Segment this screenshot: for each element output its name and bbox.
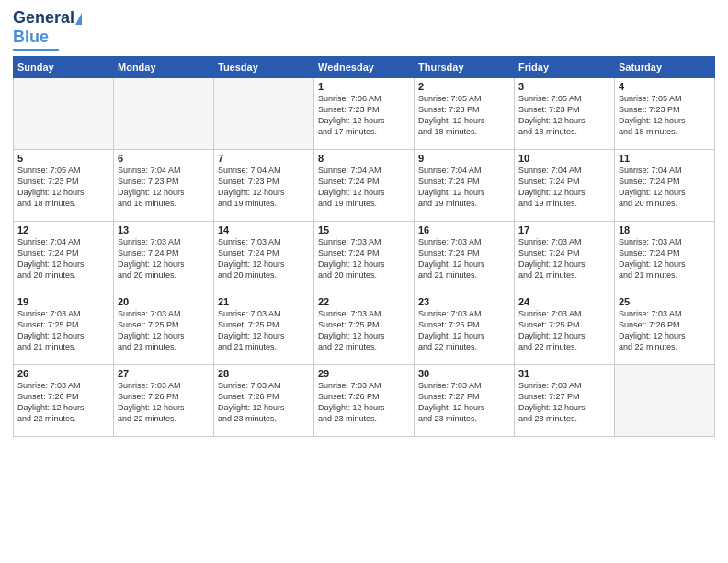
weekday-saturday: Saturday: [615, 56, 715, 77]
calendar-cell: 9Sunrise: 7:04 AM Sunset: 7:24 PM Daylig…: [415, 149, 515, 221]
week-row-5: 26Sunrise: 7:03 AM Sunset: 7:26 PM Dayli…: [14, 364, 715, 436]
calendar-cell: [14, 77, 114, 149]
week-row-2: 5Sunrise: 7:05 AM Sunset: 7:23 PM Daylig…: [14, 149, 715, 221]
day-number: 1: [318, 81, 410, 92]
week-row-3: 12Sunrise: 7:04 AM Sunset: 7:24 PM Dayli…: [14, 221, 715, 293]
header: General Blue: [13, 9, 715, 51]
day-number: 23: [418, 296, 510, 307]
day-number: 10: [518, 153, 610, 164]
calendar-cell: 24Sunrise: 7:03 AM Sunset: 7:25 PM Dayli…: [515, 293, 615, 364]
day-number: 24: [518, 296, 610, 307]
day-number: 3: [518, 81, 610, 92]
day-number: 19: [17, 296, 109, 307]
calendar-cell: [114, 77, 214, 149]
day-info: Sunrise: 7:03 AM Sunset: 7:26 PM Dayligh…: [318, 380, 410, 425]
day-info: Sunrise: 7:03 AM Sunset: 7:25 PM Dayligh…: [17, 308, 109, 353]
day-info: Sunrise: 7:05 AM Sunset: 7:23 PM Dayligh…: [418, 93, 510, 138]
calendar-cell: [214, 77, 314, 149]
calendar-cell: 15Sunrise: 7:03 AM Sunset: 7:24 PM Dayli…: [314, 221, 415, 293]
calendar-cell: 2Sunrise: 7:05 AM Sunset: 7:23 PM Daylig…: [415, 77, 515, 149]
day-number: 22: [318, 296, 410, 307]
day-number: 20: [118, 296, 210, 307]
day-info: Sunrise: 7:04 AM Sunset: 7:23 PM Dayligh…: [118, 165, 210, 210]
day-number: 17: [518, 224, 610, 236]
day-info: Sunrise: 7:05 AM Sunset: 7:23 PM Dayligh…: [17, 165, 109, 210]
calendar-cell: 6Sunrise: 7:04 AM Sunset: 7:23 PM Daylig…: [114, 149, 214, 221]
day-info: Sunrise: 7:03 AM Sunset: 7:27 PM Dayligh…: [418, 380, 510, 425]
weekday-tuesday: Tuesday: [214, 56, 314, 77]
weekday-wednesday: Wednesday: [314, 56, 415, 77]
day-number: 6: [118, 153, 210, 164]
weekday-sunday: Sunday: [14, 56, 114, 77]
calendar-cell: 21Sunrise: 7:03 AM Sunset: 7:25 PM Dayli…: [214, 293, 314, 364]
day-number: 5: [17, 153, 109, 164]
calendar-cell: 25Sunrise: 7:03 AM Sunset: 7:26 PM Dayli…: [615, 293, 715, 364]
calendar-cell: 29Sunrise: 7:03 AM Sunset: 7:26 PM Dayli…: [314, 364, 415, 436]
day-info: Sunrise: 7:04 AM Sunset: 7:24 PM Dayligh…: [619, 165, 711, 210]
calendar-cell: 28Sunrise: 7:03 AM Sunset: 7:26 PM Dayli…: [214, 364, 314, 436]
calendar-cell: 13Sunrise: 7:03 AM Sunset: 7:24 PM Dayli…: [114, 221, 214, 293]
day-info: Sunrise: 7:03 AM Sunset: 7:25 PM Dayligh…: [418, 308, 510, 353]
calendar-cell: 27Sunrise: 7:03 AM Sunset: 7:26 PM Dayli…: [114, 364, 214, 436]
day-number: 9: [418, 153, 510, 164]
day-number: 13: [118, 224, 210, 236]
day-info: Sunrise: 7:04 AM Sunset: 7:23 PM Dayligh…: [218, 165, 310, 210]
day-info: Sunrise: 7:04 AM Sunset: 7:24 PM Dayligh…: [17, 236, 109, 282]
day-info: Sunrise: 7:03 AM Sunset: 7:26 PM Dayligh…: [118, 380, 210, 425]
day-info: Sunrise: 7:03 AM Sunset: 7:26 PM Dayligh…: [17, 380, 109, 425]
calendar-cell: [615, 364, 715, 436]
calendar-cell: 19Sunrise: 7:03 AM Sunset: 7:25 PM Dayli…: [14, 293, 114, 364]
day-info: Sunrise: 7:05 AM Sunset: 7:23 PM Dayligh…: [619, 93, 711, 138]
calendar-cell: 20Sunrise: 7:03 AM Sunset: 7:25 PM Dayli…: [114, 293, 214, 364]
calendar-cell: 12Sunrise: 7:04 AM Sunset: 7:24 PM Dayli…: [14, 221, 114, 293]
calendar-cell: 1Sunrise: 7:06 AM Sunset: 7:23 PM Daylig…: [314, 77, 415, 149]
day-info: Sunrise: 7:03 AM Sunset: 7:25 PM Dayligh…: [218, 308, 310, 353]
day-number: 7: [218, 153, 310, 164]
logo-text: General: [13, 9, 82, 28]
week-row-4: 19Sunrise: 7:03 AM Sunset: 7:25 PM Dayli…: [14, 293, 715, 364]
day-info: Sunrise: 7:03 AM Sunset: 7:25 PM Dayligh…: [118, 308, 210, 353]
day-number: 30: [418, 368, 510, 379]
logo: General Blue: [13, 9, 82, 51]
day-info: Sunrise: 7:03 AM Sunset: 7:27 PM Dayligh…: [518, 380, 610, 425]
day-number: 8: [318, 153, 410, 164]
day-info: Sunrise: 7:03 AM Sunset: 7:26 PM Dayligh…: [218, 380, 310, 425]
calendar-cell: 26Sunrise: 7:03 AM Sunset: 7:26 PM Dayli…: [14, 364, 114, 436]
day-number: 26: [17, 368, 109, 379]
day-info: Sunrise: 7:04 AM Sunset: 7:24 PM Dayligh…: [418, 165, 510, 210]
weekday-friday: Friday: [515, 56, 615, 77]
calendar-cell: 7Sunrise: 7:04 AM Sunset: 7:23 PM Daylig…: [214, 149, 314, 221]
calendar-cell: 30Sunrise: 7:03 AM Sunset: 7:27 PM Dayli…: [415, 364, 515, 436]
calendar-table: SundayMondayTuesdayWednesdayThursdayFrid…: [13, 56, 715, 437]
day-number: 29: [318, 368, 410, 379]
day-info: Sunrise: 7:03 AM Sunset: 7:24 PM Dayligh…: [619, 236, 711, 282]
day-info: Sunrise: 7:03 AM Sunset: 7:24 PM Dayligh…: [518, 236, 610, 282]
calendar-cell: 10Sunrise: 7:04 AM Sunset: 7:24 PM Dayli…: [515, 149, 615, 221]
day-number: 21: [218, 296, 310, 307]
calendar-cell: 3Sunrise: 7:05 AM Sunset: 7:23 PM Daylig…: [515, 77, 615, 149]
day-number: 18: [619, 224, 711, 236]
calendar-cell: 17Sunrise: 7:03 AM Sunset: 7:24 PM Dayli…: [515, 221, 615, 293]
day-number: 14: [218, 224, 310, 236]
logo-general: General: [13, 8, 74, 27]
day-number: 31: [518, 368, 610, 379]
day-info: Sunrise: 7:04 AM Sunset: 7:24 PM Dayligh…: [318, 165, 410, 210]
page: General Blue SundayMondayTuesdayWednesda…: [0, 0, 728, 563]
day-number: 15: [318, 224, 410, 236]
day-number: 28: [218, 368, 310, 379]
day-number: 12: [17, 224, 109, 236]
day-number: 4: [619, 81, 711, 92]
week-row-1: 1Sunrise: 7:06 AM Sunset: 7:23 PM Daylig…: [14, 77, 715, 149]
calendar-cell: 8Sunrise: 7:04 AM Sunset: 7:24 PM Daylig…: [314, 149, 415, 221]
day-info: Sunrise: 7:03 AM Sunset: 7:24 PM Dayligh…: [318, 236, 410, 282]
calendar-cell: 31Sunrise: 7:03 AM Sunset: 7:27 PM Dayli…: [515, 364, 615, 436]
calendar-cell: 4Sunrise: 7:05 AM Sunset: 7:23 PM Daylig…: [615, 77, 715, 149]
calendar-cell: 16Sunrise: 7:03 AM Sunset: 7:24 PM Dayli…: [415, 221, 515, 293]
day-info: Sunrise: 7:04 AM Sunset: 7:24 PM Dayligh…: [518, 165, 610, 210]
day-info: Sunrise: 7:03 AM Sunset: 7:25 PM Dayligh…: [318, 308, 410, 353]
weekday-header-row: SundayMondayTuesdayWednesdayThursdayFrid…: [14, 56, 715, 77]
day-info: Sunrise: 7:03 AM Sunset: 7:25 PM Dayligh…: [518, 308, 610, 353]
day-number: 16: [418, 224, 510, 236]
day-info: Sunrise: 7:03 AM Sunset: 7:26 PM Dayligh…: [619, 308, 711, 353]
day-number: 27: [118, 368, 210, 379]
